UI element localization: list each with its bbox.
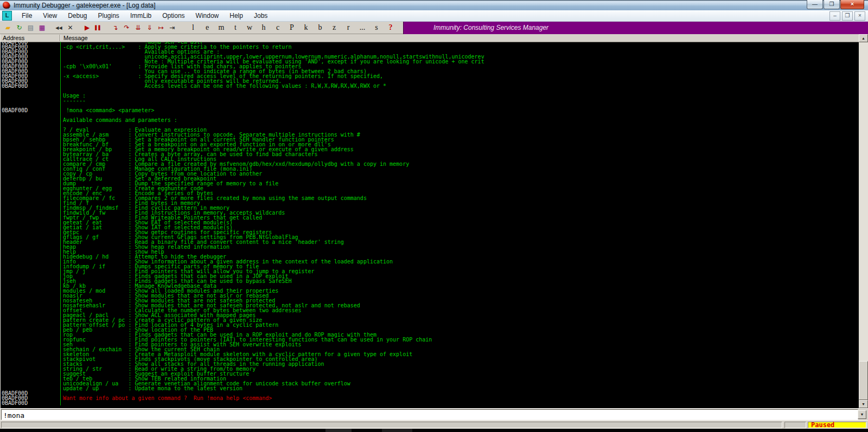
- memory-map-button[interactable]: m: [214, 23, 228, 32]
- log-line-address: [1, 357, 61, 362]
- log-line-address: [1, 376, 61, 381]
- log-line-message: Available commands and parameters :: [61, 118, 177, 122]
- handles-button[interactable]: h: [257, 23, 271, 32]
- log-line[interactable]: -------: [1, 98, 859, 103]
- log-line[interactable]: 0BADF00DWant more info about a given com…: [1, 396, 859, 401]
- consulting-banner: Immunity: Consulting Services Manager: [403, 22, 868, 34]
- child-minimize-button[interactable]: –: [829, 11, 840, 21]
- menu-item-debug[interactable]: Debug: [62, 10, 92, 22]
- minimize-button[interactable]: —: [807, 0, 823, 9]
- log-view-button[interactable]: l: [186, 23, 200, 32]
- breakpoints-button[interactable]: b: [313, 23, 327, 32]
- toolbar-icons: ▰↻▤▦◀◀✕▶▌▌↴↷⇊⇓↦⇥: [2, 23, 177, 33]
- toolbar-letter-buttons: lemtwhcPkbzr...s?: [186, 23, 398, 32]
- log-line-address: [1, 327, 61, 332]
- log-line[interactable]: Usage :: [1, 93, 859, 98]
- log-data-window: Address Message 0BADF00D !mona seh -cm a…: [0, 34, 868, 408]
- log-line-address: [1, 249, 61, 254]
- log-line-address: 0BADF00D: [1, 108, 61, 113]
- open-file-icon[interactable]: ▰: [3, 23, 13, 33]
- log-line-address: [1, 244, 61, 249]
- step-into-icon[interactable]: ↴: [110, 23, 120, 33]
- log-line-message: !mona <command> <parameter>: [61, 108, 155, 113]
- pause-icon[interactable]: ▌▌: [93, 23, 104, 33]
- child-restore-button[interactable]: ❐: [842, 11, 853, 21]
- references-button[interactable]: r: [341, 23, 355, 32]
- rewind-icon[interactable]: ◀◀: [54, 23, 64, 33]
- log-line[interactable]: 0BADF00D: [1, 401, 859, 405]
- log-window-icon[interactable]: ▤: [25, 23, 36, 33]
- log-content[interactable]: 0BADF00D !mona seh -cm aslr0BADF00D-cp <…: [1, 42, 859, 408]
- cpu-button[interactable]: c: [271, 23, 285, 32]
- patches-button[interactable]: P: [285, 23, 299, 32]
- executables-button[interactable]: e: [200, 23, 214, 32]
- log-line-address: [1, 337, 61, 342]
- run-to-user-code-icon[interactable]: ⇥: [167, 23, 177, 33]
- status-bar: Paused: [0, 420, 868, 429]
- step-over-icon[interactable]: ↷: [122, 23, 132, 33]
- restore-button[interactable]: ❐: [824, 0, 840, 9]
- menu-item-window[interactable]: Window: [190, 10, 225, 22]
- menu-item-view[interactable]: View: [37, 10, 62, 22]
- log-line[interactable]: update / up : Update mona to the latest …: [1, 386, 859, 391]
- log-line-address: [1, 176, 61, 181]
- log-line[interactable]: 0BADF00D !mona <command> <parameter>: [1, 108, 859, 113]
- menu-items: FileViewDebugPluginsImmLibOptionsWindowH…: [16, 10, 273, 22]
- log-line-address: 0BADF00D: [1, 83, 61, 88]
- close-process-icon[interactable]: ✕: [65, 23, 75, 33]
- log-line-address: [1, 127, 61, 132]
- log-line-address: [1, 132, 61, 137]
- execute-till-return-icon[interactable]: ↦: [156, 23, 166, 33]
- help-button[interactable]: ?: [384, 23, 398, 32]
- menu-item-help[interactable]: Help: [224, 10, 248, 22]
- call-stack-button[interactable]: k: [299, 23, 313, 32]
- command-bar: ▼: [0, 408, 868, 420]
- log-line-address: [1, 347, 61, 352]
- log-line-address: [1, 288, 61, 293]
- log-line-address: [1, 259, 61, 264]
- log-line-address: [1, 371, 61, 376]
- log-line-address: [1, 352, 61, 357]
- log-vertical-scrollbar[interactable]: ▲ ▼: [859, 34, 868, 408]
- log-line[interactable]: [1, 88, 859, 93]
- log-line-address: [1, 308, 61, 313]
- restart-icon[interactable]: ↻: [14, 23, 24, 33]
- app-icon[interactable]: [3, 2, 10, 9]
- log-line[interactable]: 0BADF00D Access levels can be one of the…: [1, 83, 859, 88]
- menu-item-plugins[interactable]: Plugins: [93, 10, 125, 22]
- log-line-address: [1, 93, 61, 98]
- windows-button[interactable]: w: [242, 23, 257, 32]
- trace-into-icon[interactable]: ⇊: [133, 23, 143, 33]
- child-close-button[interactable]: ×: [854, 11, 865, 21]
- run-trace-button[interactable]: ...: [355, 23, 369, 32]
- scrollbar-thumb[interactable]: [859, 361, 868, 400]
- command-dropdown-icon[interactable]: ▼: [858, 410, 866, 419]
- hardware-breakpoints-button[interactable]: z: [327, 23, 341, 32]
- log-line-message: -------: [61, 98, 86, 103]
- log-line-address: [1, 318, 61, 323]
- menu-item-jobs[interactable]: Jobs: [248, 10, 273, 22]
- menu-item-options[interactable]: Options: [157, 10, 190, 22]
- source-button[interactable]: s: [369, 23, 384, 32]
- scroll-down-icon[interactable]: ▼: [859, 400, 868, 408]
- immlib-logo-icon[interactable]: L: [2, 11, 12, 21]
- log-line-address: [1, 264, 61, 269]
- windows-icon[interactable]: ▦: [37, 23, 47, 33]
- menu-item-immlib[interactable]: ImmLib: [125, 10, 157, 22]
- run-icon[interactable]: ▶: [82, 23, 92, 33]
- title-bar: Immunity Debugger - gatekeeper.exe - [Lo…: [0, 0, 868, 10]
- log-line-address: [1, 303, 61, 308]
- close-button[interactable]: ×: [840, 0, 864, 9]
- trace-over-icon[interactable]: ⇓: [144, 23, 155, 33]
- banner-text: Immunity: Consulting Services Manager: [433, 24, 548, 31]
- log-line[interactable]: Available commands and parameters :: [1, 118, 859, 122]
- menu-item-file[interactable]: File: [16, 10, 37, 22]
- column-header-message: Message: [63, 34, 88, 42]
- log-line-address: [1, 362, 61, 366]
- log-column-headers: Address Message: [1, 34, 868, 42]
- threads-button[interactable]: t: [228, 23, 242, 32]
- scroll-up-icon[interactable]: ▲: [859, 34, 868, 42]
- log-line-address: [1, 313, 61, 318]
- log-line-address: [1, 201, 61, 205]
- command-input[interactable]: [1, 409, 858, 420]
